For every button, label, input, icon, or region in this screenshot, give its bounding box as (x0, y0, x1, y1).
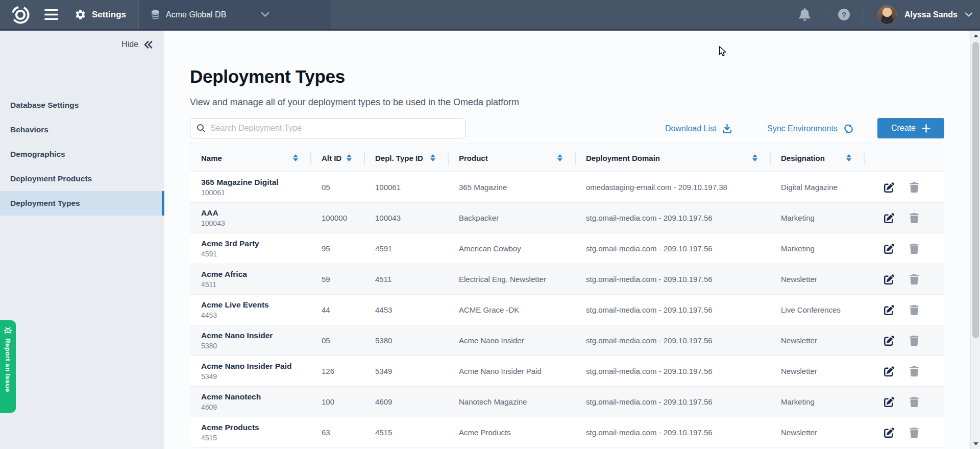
scrollbar-down-button[interactable] (971, 439, 980, 449)
download-list-label: Download List (665, 124, 717, 133)
cell-deployment-domain: omedastaging-email.com - 209.10.197.38 (575, 183, 770, 192)
edit-button[interactable] (884, 244, 894, 254)
cell-depl-type-id: 4591 (364, 244, 448, 253)
cell-name: Acme Africa4511 (190, 270, 310, 289)
search-input[interactable] (210, 124, 459, 133)
column-label: Depl. Type ID (375, 154, 423, 162)
download-icon (722, 123, 732, 134)
cell-product: Acme Nano Insider (448, 336, 575, 345)
cell-product: Electrical Eng. Newsletter (448, 275, 575, 283)
column-header-name[interactable]: Name (190, 144, 310, 172)
user-menu-chevron-icon[interactable] (965, 12, 973, 17)
user-name: Alyssa Sands (904, 10, 958, 19)
column-header-alt-id[interactable]: Alt ID (310, 144, 364, 172)
database-selector[interactable]: Acme Global DB (138, 0, 331, 29)
search-icon (197, 124, 206, 133)
sort-icon[interactable] (846, 154, 851, 162)
delete-button[interactable] (910, 305, 919, 315)
column-label: Deployment Domain (586, 154, 660, 162)
column-header-deployment-domain[interactable]: Deployment Domain (575, 144, 770, 172)
delete-button[interactable] (910, 336, 919, 346)
download-list-button[interactable]: Download List (665, 123, 732, 134)
cell-product: ACME Grace -DK (448, 305, 575, 314)
sidebar-item-deployment-types[interactable]: Deployment Types (0, 191, 164, 216)
table-body: 365 Magazine Digital10006105100061365 Ma… (190, 172, 944, 448)
sort-icon[interactable] (347, 154, 352, 162)
edit-button[interactable] (884, 274, 894, 285)
edit-button[interactable] (884, 397, 894, 407)
sidebar-item-database-settings[interactable]: Database Settings (0, 93, 164, 117)
edit-button[interactable] (884, 428, 894, 438)
sidebar-item-demographics[interactable]: Demographics (0, 142, 164, 167)
delete-button[interactable] (910, 366, 919, 376)
sort-icon[interactable] (752, 154, 757, 162)
sort-icon[interactable] (557, 154, 562, 162)
deployment-type-name: 365 Magazine Digital (201, 178, 310, 187)
column-header-product[interactable]: Product (448, 144, 575, 172)
column-header-depl-type-id[interactable]: Depl. Type ID (364, 144, 448, 172)
main-content: Deployment Types View and manage all of … (164, 31, 970, 449)
cell-designation: Marketing (770, 214, 864, 222)
sidebar-item-deployment-products[interactable]: Deployment Products (0, 167, 164, 191)
help-icon[interactable]: ? (838, 8, 850, 21)
delete-button[interactable] (910, 397, 919, 407)
database-icon (150, 9, 161, 20)
cell-depl-type-id: 100043 (364, 214, 448, 222)
navbar-divider (864, 8, 864, 21)
cell-product: Backpacker (448, 214, 575, 222)
sort-icon[interactable] (293, 154, 298, 162)
delete-button[interactable] (910, 213, 919, 223)
plus-icon (922, 124, 930, 133)
cell-name: Acme Products4515 (190, 423, 310, 442)
cell-name: Acme Nano Insider5380 (190, 331, 310, 350)
sidebar-hide-label: Hide (121, 40, 138, 49)
deployment-type-id: 4511 (201, 280, 310, 289)
delete-button[interactable] (910, 428, 919, 438)
scrollbar-thumb[interactable] (972, 42, 979, 338)
user-avatar[interactable] (877, 5, 897, 25)
table-row: Acme Products4515634515Acme Productsstg.… (190, 417, 944, 448)
edit-button[interactable] (884, 366, 894, 376)
cell-alt-id: 44 (310, 305, 364, 314)
sidebar-item-label: Behaviors (10, 125, 48, 134)
deployment-type-name: Acme Products (201, 423, 310, 432)
hamburger-menu-icon[interactable] (44, 9, 58, 20)
column-label: Name (201, 154, 222, 162)
sidebar-nav: Database SettingsBehaviorsDemographicsDe… (0, 93, 164, 216)
cell-deployment-domain: stg.omail-media.com - 209.10.197.56 (575, 275, 770, 283)
create-button[interactable]: Create (877, 118, 944, 138)
cell-depl-type-id: 100061 (364, 183, 448, 192)
delete-button[interactable] (910, 274, 919, 285)
cell-depl-type-id: 5349 (364, 367, 448, 375)
top-navbar: Settings Acme Global DB (0, 0, 980, 31)
table-row: Acme 3rd Party4591954591American Cowboys… (190, 233, 944, 264)
cell-alt-id: 59 (310, 275, 364, 283)
report-an-issue-tab[interactable]: Report an Issue (0, 320, 16, 413)
chevron-down-icon (261, 12, 270, 17)
cell-name: Acme Nano Insider Paid5349 (190, 362, 310, 381)
omeda-logo-icon[interactable] (10, 5, 31, 25)
column-header-designation[interactable]: Designation (770, 144, 864, 172)
edit-button[interactable] (884, 305, 894, 315)
sidebar-hide-button[interactable]: Hide (121, 40, 153, 49)
deployment-type-name: Acme Africa (201, 270, 310, 279)
deployment-type-name: AAA (201, 208, 310, 218)
delete-button[interactable] (910, 182, 919, 193)
cell-actions (864, 305, 944, 315)
deployment-type-id: 4515 (201, 434, 310, 442)
column-label: Product (459, 154, 488, 162)
cell-alt-id: 126 (310, 367, 364, 375)
edit-button[interactable] (884, 182, 894, 193)
nav-settings[interactable]: Settings (75, 9, 126, 20)
vertical-scrollbar (970, 31, 980, 449)
sync-environments-button[interactable]: Sync Environments (767, 123, 854, 134)
delete-button[interactable] (910, 244, 919, 254)
sidebar-item-behaviors[interactable]: Behaviors (0, 117, 164, 142)
edit-button[interactable] (884, 213, 894, 223)
sort-icon[interactable] (430, 154, 435, 162)
settings-sidebar: Hide Database SettingsBehaviorsDemograph… (0, 31, 164, 449)
notifications-bell-icon[interactable] (799, 8, 811, 21)
cell-name: Acme Nanotech4609 (190, 392, 310, 411)
scrollbar-up-button[interactable] (971, 31, 980, 41)
edit-button[interactable] (884, 336, 894, 346)
